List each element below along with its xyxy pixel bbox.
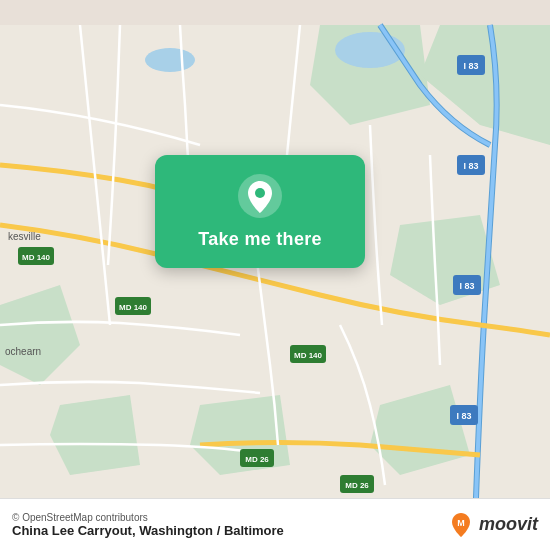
svg-text:MD 140: MD 140 xyxy=(294,351,323,360)
moovit-text: moovit xyxy=(479,514,538,535)
location-pin-icon xyxy=(237,173,283,219)
svg-text:MD 140: MD 140 xyxy=(22,253,51,262)
svg-text:ochearn: ochearn xyxy=(5,346,41,357)
svg-text:I 83: I 83 xyxy=(456,411,471,421)
map-container: I 83 I 83 I 83 I 83 MD 140 MD 140 MD 140… xyxy=(0,0,550,550)
svg-text:M: M xyxy=(457,518,465,528)
svg-text:kesville: kesville xyxy=(8,231,41,242)
place-name: China Lee Carryout, Washington / Baltimo… xyxy=(12,523,284,538)
moovit-icon: M xyxy=(447,511,475,539)
take-me-there-button[interactable]: Take me there xyxy=(198,229,322,250)
svg-text:I 83: I 83 xyxy=(463,161,478,171)
svg-text:I 83: I 83 xyxy=(463,61,478,71)
navigation-card: Take me there xyxy=(155,155,365,268)
svg-text:MD 26: MD 26 xyxy=(345,481,369,490)
location-info: © OpenStreetMap contributors China Lee C… xyxy=(12,512,284,538)
svg-point-31 xyxy=(255,188,265,198)
bottom-bar: © OpenStreetMap contributors China Lee C… xyxy=(0,498,550,550)
svg-text:I 83: I 83 xyxy=(459,281,474,291)
moovit-logo: M moovit xyxy=(447,511,538,539)
svg-point-9 xyxy=(145,48,195,72)
svg-text:MD 140: MD 140 xyxy=(119,303,148,312)
svg-text:MD 26: MD 26 xyxy=(245,455,269,464)
copyright-text: © OpenStreetMap contributors xyxy=(12,512,284,523)
